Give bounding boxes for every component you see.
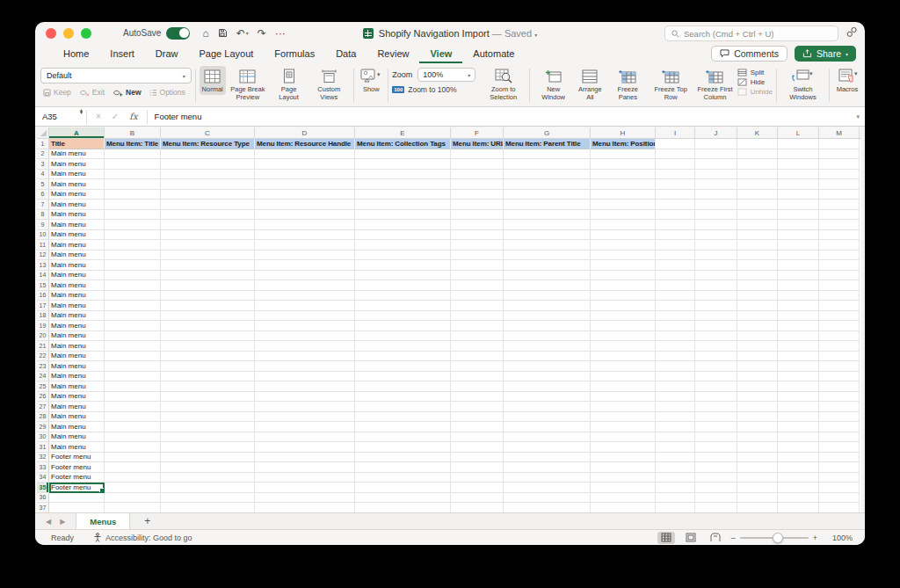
cell-B24[interactable] xyxy=(105,372,161,382)
column-header-G[interactable]: G xyxy=(504,127,591,138)
cell-M35[interactable] xyxy=(819,483,860,493)
cell-F25[interactable] xyxy=(451,381,504,392)
cell-B10[interactable] xyxy=(105,230,161,241)
cell-I29[interactable] xyxy=(656,422,695,432)
cell-B1[interactable]: Menu Item: Title xyxy=(105,139,161,149)
cell-G18[interactable] xyxy=(504,311,591,322)
cell-H17[interactable] xyxy=(591,301,656,311)
cell-K24[interactable] xyxy=(737,372,778,382)
zoom-percentage[interactable]: 100% xyxy=(824,534,853,542)
cell-L4[interactable] xyxy=(778,170,819,180)
cell-H37[interactable] xyxy=(591,503,656,512)
cell-G19[interactable] xyxy=(504,321,591,331)
cell-H5[interactable] xyxy=(591,179,656,190)
cell-L23[interactable] xyxy=(778,361,819,372)
cell-L10[interactable] xyxy=(778,230,819,241)
cell-F26[interactable] xyxy=(451,392,504,403)
cell-K11[interactable] xyxy=(737,240,778,250)
cell-H36[interactable] xyxy=(591,493,656,504)
cell-G17[interactable] xyxy=(504,301,591,311)
cell-D37[interactable] xyxy=(255,503,355,512)
cell-B5[interactable] xyxy=(105,179,161,190)
cell-L19[interactable] xyxy=(778,321,819,331)
cell-G12[interactable] xyxy=(504,250,591,261)
cell-B11[interactable] xyxy=(105,240,161,250)
cell-J12[interactable] xyxy=(695,250,737,261)
cell-F24[interactable] xyxy=(451,372,504,382)
zoom-to-selection-button[interactable]: Zoom to Selection xyxy=(481,66,526,102)
cell-K23[interactable] xyxy=(737,361,778,372)
cell-E6[interactable] xyxy=(355,190,451,200)
insert-function-icon[interactable]: fx xyxy=(129,112,137,121)
row-header-30[interactable]: 30 xyxy=(37,432,49,443)
cell-I4[interactable] xyxy=(656,170,695,180)
cell-G24[interactable] xyxy=(504,372,591,382)
cell-M17[interactable] xyxy=(819,301,860,311)
cell-I5[interactable] xyxy=(656,179,695,190)
cell-H2[interactable] xyxy=(591,149,656,160)
row-header-3[interactable]: 3 xyxy=(37,159,49,170)
close-window-button[interactable] xyxy=(46,28,56,39)
cell-K1[interactable] xyxy=(737,139,778,149)
cell-F31[interactable] xyxy=(451,442,504,453)
cell-K12[interactable] xyxy=(737,250,778,261)
cell-L21[interactable] xyxy=(778,341,819,352)
cell-H28[interactable] xyxy=(591,412,656,423)
cell-G14[interactable] xyxy=(504,271,591,281)
cell-E5[interactable] xyxy=(355,179,451,190)
cell-C18[interactable] xyxy=(161,311,255,322)
cell-M32[interactable] xyxy=(819,453,860,463)
cell-B14[interactable] xyxy=(105,271,161,281)
cell-I24[interactable] xyxy=(656,372,695,382)
cell-B34[interactable] xyxy=(105,473,161,483)
cell-G26[interactable] xyxy=(504,392,591,403)
cell-A4[interactable]: Main menu xyxy=(49,170,105,180)
cell-E31[interactable] xyxy=(355,442,451,453)
cell-H4[interactable] xyxy=(591,170,656,180)
cell-E30[interactable] xyxy=(355,432,451,443)
cell-K5[interactable] xyxy=(737,179,778,190)
cell-M9[interactable] xyxy=(819,220,860,230)
cell-H3[interactable] xyxy=(591,159,656,170)
unhide-button[interactable]: Unhide xyxy=(737,88,773,96)
cell-E10[interactable] xyxy=(355,230,451,241)
cell-G3[interactable] xyxy=(504,159,591,170)
cell-C5[interactable] xyxy=(161,179,255,190)
cell-H15[interactable] xyxy=(591,280,656,291)
cell-F11[interactable] xyxy=(451,240,504,250)
cell-J8[interactable] xyxy=(695,210,737,221)
cell-H32[interactable] xyxy=(591,453,656,463)
cell-L12[interactable] xyxy=(778,250,819,261)
cell-L34[interactable] xyxy=(778,473,819,483)
cell-K3[interactable] xyxy=(737,159,778,170)
cell-J33[interactable] xyxy=(695,462,737,473)
cell-K25[interactable] xyxy=(737,381,778,392)
cell-C10[interactable] xyxy=(161,230,255,241)
cell-M6[interactable] xyxy=(819,190,860,200)
cell-D11[interactable] xyxy=(255,240,355,250)
cell-M15[interactable] xyxy=(819,280,860,291)
cell-J7[interactable] xyxy=(695,200,737,210)
row-header-13[interactable]: 13 xyxy=(37,260,49,271)
cell-J1[interactable] xyxy=(695,139,737,149)
cell-G34[interactable] xyxy=(504,473,591,483)
cell-B7[interactable] xyxy=(105,200,161,210)
cell-B6[interactable] xyxy=(105,190,161,200)
row-header-1[interactable]: 1 xyxy=(37,139,49,149)
row-header-18[interactable]: 18 xyxy=(37,311,49,322)
row-header-36[interactable]: 36 xyxy=(37,493,49,504)
cell-G4[interactable] xyxy=(504,170,591,180)
cell-B23[interactable] xyxy=(105,361,161,372)
cell-A31[interactable]: Main menu xyxy=(49,442,105,453)
column-header-J[interactable]: J xyxy=(695,127,737,138)
cell-L26[interactable] xyxy=(778,392,819,403)
cell-C28[interactable] xyxy=(161,412,255,423)
cell-G21[interactable] xyxy=(504,341,591,352)
cell-D2[interactable] xyxy=(255,149,355,160)
cell-M34[interactable] xyxy=(819,473,860,483)
cell-C31[interactable] xyxy=(161,442,255,453)
cell-K26[interactable] xyxy=(737,392,778,403)
zoom-in-icon[interactable]: + xyxy=(813,534,817,542)
cell-D6[interactable] xyxy=(255,190,355,200)
page-layout-status-button[interactable] xyxy=(682,532,700,544)
